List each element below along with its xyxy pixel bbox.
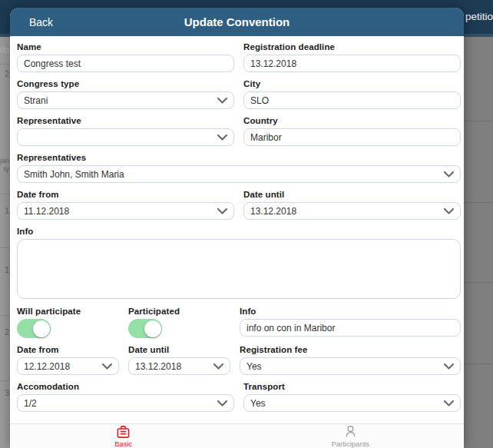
date-from-select[interactable]: 11.12.2018 — [17, 202, 234, 220]
chevron-down-icon — [217, 208, 227, 214]
registration-fee-label: Registration fee — [240, 345, 461, 354]
date-until-label: Date until — [243, 190, 461, 199]
field-accomodation: Accomodation 1/2 — [17, 382, 234, 412]
will-participate-toggle[interactable] — [17, 319, 51, 338]
registration-fee-select[interactable]: Yes — [240, 357, 461, 375]
city-input[interactable] — [243, 91, 461, 109]
chevron-down-icon — [444, 208, 454, 214]
chevron-down-icon — [102, 363, 112, 370]
chevron-down-icon — [213, 363, 223, 370]
briefcase-icon — [116, 425, 131, 439]
chevron-down-icon — [217, 400, 227, 407]
representatives-select[interactable]: Smith John, Smith Maria — [17, 165, 461, 183]
modal-header: Back Update Convention — [10, 8, 464, 36]
update-convention-modal: Back Update Convention Name Registration… — [10, 8, 464, 448]
background-text-fragment: 1 — [5, 206, 9, 215]
accomodation-label: Accomodation — [17, 382, 234, 391]
field-date-until: Date until 13.12.2018 — [243, 190, 461, 220]
field-representatives: Representatives Smith John, Smith Maria — [17, 153, 461, 183]
transport-select[interactable]: Yes — [243, 394, 461, 412]
page-title: Update Convention — [10, 15, 464, 28]
participation-date-from-label: Date from — [17, 345, 119, 354]
background-title-fragment: petition — [465, 11, 493, 22]
bottom-tab-bar: Basic Participants — [10, 423, 464, 448]
tab-basic[interactable]: Basic — [10, 424, 237, 448]
participation-info-label: Info — [240, 307, 461, 316]
field-country: Country — [243, 116, 461, 146]
field-city: City — [243, 79, 461, 109]
toggle-knob — [33, 320, 50, 337]
form-body: Name Registration deadline Congress type… — [10, 36, 464, 423]
field-registration-deadline: Registration deadline — [243, 42, 461, 72]
tab-participants[interactable]: Participants — [237, 424, 465, 448]
field-info: Info — [17, 227, 461, 299]
congress-type-select[interactable]: Strani — [17, 91, 234, 109]
participation-date-until-select[interactable]: 13.12.2018 — [128, 357, 230, 375]
tab-basic-label: Basic — [114, 440, 132, 448]
toggle-knob — [144, 320, 161, 337]
transport-label: Transport — [243, 382, 461, 391]
field-participated: Participated — [128, 307, 230, 338]
background-text-fragment: Mo — [0, 46, 9, 55]
participation-date-until-label: Date until — [128, 345, 230, 354]
background-text-fragment: 1 — [5, 265, 9, 274]
field-transport: Transport Yes — [243, 382, 461, 412]
field-representative: Representative — [17, 116, 234, 146]
chevron-down-icon — [444, 171, 454, 178]
participation-date-from-select[interactable]: 12.12.2018 — [17, 357, 119, 375]
back-button[interactable]: Back — [29, 8, 53, 36]
field-registration-fee: Registration fee Yes — [240, 345, 461, 375]
info-textarea[interactable] — [17, 239, 461, 299]
city-label: City — [243, 79, 461, 88]
background-text-fragment: 2 — [5, 69, 9, 78]
chevron-down-icon — [444, 363, 454, 370]
representative-label: Representative — [17, 116, 234, 125]
field-congress-type: Congress type Strani — [17, 79, 234, 109]
name-label: Name — [17, 42, 234, 51]
chevron-down-icon — [444, 400, 454, 407]
participated-toggle[interactable] — [128, 319, 162, 338]
field-participation-date-until: Date until 13.12.2018 — [128, 345, 230, 375]
accomodation-select[interactable]: 1/2 — [17, 394, 234, 412]
background-text-fragment: ty — [4, 165, 9, 173]
info-label: Info — [17, 227, 461, 236]
country-label: Country — [243, 116, 461, 125]
screen: petition Mo 2 jan ty 1 1 2 3 Back Update… — [0, 0, 493, 448]
representatives-label: Representatives — [17, 153, 461, 162]
chevron-down-icon — [217, 134, 227, 141]
registration-deadline-label: Registration deadline — [243, 42, 461, 51]
registration-deadline-input[interactable] — [243, 55, 461, 72]
background-right-strip — [464, 37, 493, 448]
will-participate-label: Will participate — [17, 307, 119, 316]
country-input[interactable] — [243, 128, 461, 146]
field-name: Name — [17, 42, 234, 72]
background-text-fragment: jan — [0, 157, 9, 164]
person-icon — [343, 424, 358, 439]
representative-select[interactable] — [17, 128, 234, 146]
chevron-down-icon — [217, 98, 227, 104]
background-text-fragment: 2 — [5, 327, 9, 337]
date-from-label: Date from — [17, 190, 234, 199]
date-until-select[interactable]: 13.12.2018 — [243, 202, 461, 220]
field-participation-date-from: Date from 12.12.2018 — [17, 345, 119, 375]
field-participation-info: Info — [240, 307, 461, 338]
background-text-fragment: 3 — [5, 388, 9, 397]
participated-label: Participated — [128, 307, 230, 316]
field-date-from: Date from 11.12.2018 — [17, 190, 234, 220]
tab-participants-label: Participants — [331, 440, 369, 448]
participation-info-input[interactable] — [240, 319, 461, 337]
congress-type-label: Congress type — [17, 79, 234, 88]
name-input[interactable] — [17, 55, 234, 72]
background-left-strip: Mo 2 jan ty 1 1 2 3 — [0, 37, 10, 448]
field-will-participate: Will participate — [17, 307, 119, 338]
